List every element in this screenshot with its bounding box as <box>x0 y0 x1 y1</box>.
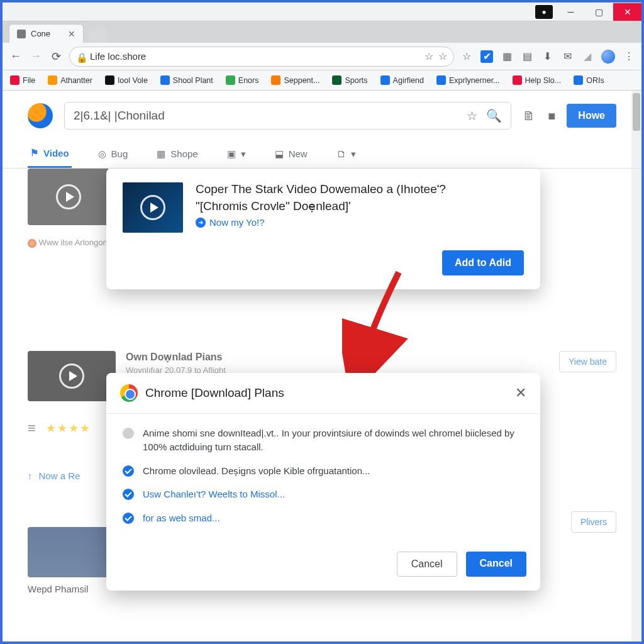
bookmark-icon <box>436 75 446 85</box>
menu-icon[interactable]: ⋮ <box>623 50 635 63</box>
cancel-primary-button[interactable]: Cancel <box>466 552 526 577</box>
tab-video[interactable]: ⚑Video <box>28 141 72 168</box>
extension-icon[interactable]: ✔ <box>480 50 493 63</box>
app-icon: ● <box>535 5 553 19</box>
window-titlebar: ● ─ ▢ ✕ <box>3 3 641 21</box>
bookmark-icon <box>574 75 583 85</box>
tab-dropdown-1[interactable]: ▣▾ <box>225 141 248 168</box>
bookmark-icon <box>332 75 341 85</box>
bookmark-item[interactable]: Help Slo... <box>513 75 562 85</box>
tab-label: Video <box>43 148 69 158</box>
search-icon[interactable]: 🔍 <box>486 108 502 123</box>
tab-label: New <box>289 148 308 159</box>
dialog2-item: for as web smad... <box>123 511 524 525</box>
dialog2-item-text[interactable]: for as web smad... <box>143 511 220 525</box>
toolbar: ← → ⟳ 🔒 Life loc.shore ☆ ☆ ☆ ✔ ▦ ▤ ⬇ ✉ ◢… <box>3 43 641 70</box>
bookmark-icon <box>105 75 114 85</box>
cancel-button[interactable]: Cancel <box>397 552 457 577</box>
video-thumbnail[interactable] <box>28 527 116 577</box>
bookmark-label: Sports <box>345 76 367 85</box>
bookmark-item[interactable]: Agirfiend <box>380 75 424 85</box>
page-content: 2|6.1&| |Chonilad ☆ 🔍 🗎 ■ Howe ⚑Video ◎B… <box>3 91 641 641</box>
close-window-button[interactable]: ✕ <box>613 3 641 21</box>
address-bar[interactable]: 🔒 Life loc.shore ☆ ☆ <box>69 47 454 67</box>
maximize-button[interactable]: ▢ <box>585 3 613 21</box>
doc-icon[interactable]: 🗎 <box>523 109 535 123</box>
rating-stars: ★★★★ <box>46 421 91 435</box>
bookmark-item[interactable]: Seppent... <box>271 75 319 85</box>
add-to-button[interactable]: Add to Adid <box>442 250 524 275</box>
link-text[interactable]: Now a Re <box>39 470 80 481</box>
bookmark-item[interactable]: Iool Vole <box>105 75 148 85</box>
video-thumbnail[interactable] <box>28 169 109 225</box>
bookmark-label: Athantter <box>60 76 92 85</box>
bookmark-label: Exprlynerner... <box>449 76 500 85</box>
tab-bug[interactable]: ◎Bug <box>96 141 131 168</box>
bookmark-item[interactable]: ORIs <box>574 75 604 85</box>
browser-tab[interactable]: Cone ✕ <box>9 24 84 43</box>
dialog2-item: Chrome olovilead. Deṣigns vople Kible of… <box>123 464 524 478</box>
bookmark-item[interactable]: Shool Plant <box>160 75 213 85</box>
star-icon-2[interactable]: ☆ <box>438 50 447 62</box>
minimize-button[interactable]: ─ <box>557 3 585 21</box>
bookmark-label: Iool Vole <box>118 76 148 85</box>
tab-label: Bug <box>111 148 128 159</box>
chrome-icon <box>120 384 138 402</box>
square-icon[interactable]: ■ <box>548 109 555 123</box>
bookmark-item[interactable]: Exprlynerner... <box>436 75 500 85</box>
star-toolbar-icon[interactable]: ☆ <box>460 50 473 63</box>
chrome-download-plans-dialog: Chrome [Download] Plans ✕ Anime shomi sn… <box>106 373 540 591</box>
bookmark-icon <box>48 75 57 85</box>
menu-icon[interactable]: ≡ <box>28 420 36 436</box>
bookmark-label: Help Slo... <box>525 76 562 85</box>
new-tab-button[interactable] <box>89 29 106 43</box>
source-text: Www ilse Arlongone <box>39 238 112 247</box>
tab-new[interactable]: ⬓New <box>272 141 310 168</box>
grid2-icon[interactable]: ▤ <box>521 50 533 63</box>
video-thumbnail[interactable] <box>28 351 116 401</box>
bookmark-item[interactable]: Enors <box>226 75 259 85</box>
play-icon <box>56 184 81 209</box>
wifi-icon[interactable]: ◢ <box>581 50 594 63</box>
bookmark-label: File <box>23 76 35 85</box>
extension-install-dialog: Coper The Stark Video Dowemaleo a (Ihıot… <box>106 169 540 289</box>
tab-shope[interactable]: ▦Shope <box>154 141 200 168</box>
site-logo-icon[interactable] <box>28 103 53 128</box>
reload-button[interactable]: ⟳ <box>49 50 63 64</box>
tab-label: Shope <box>170 148 197 159</box>
bookmark-item[interactable]: Sports <box>332 75 367 85</box>
dialog-subtitle[interactable]: ➜ Now my Yo!? <box>196 217 524 228</box>
chevron-down-icon: ▾ <box>351 148 356 160</box>
grid-icon: ▦ <box>157 148 165 160</box>
grid-icon[interactable]: ▦ <box>501 50 513 63</box>
bookmark-label: Shool Plant <box>173 76 213 85</box>
toolbar-icons: ☆ ✔ ▦ ▤ ⬇ ✉ ◢ ⋮ <box>460 50 635 64</box>
howe-button[interactable]: Howe <box>567 104 616 128</box>
check-icon <box>123 465 134 477</box>
close-tab-button[interactable]: ✕ <box>68 29 75 39</box>
bookmark-icon <box>226 75 235 85</box>
mail-icon[interactable]: ✉ <box>561 50 574 63</box>
view-button[interactable]: Yiew bate <box>559 351 616 372</box>
bookmark-icon <box>271 75 280 85</box>
star-in-search-icon[interactable]: ☆ <box>467 109 477 123</box>
dialog-title-line1: Coper The Stark Video Dowemaleo a (Ihıot… <box>196 182 524 196</box>
dialog-subtitle-text: Now my Yo!? <box>209 217 265 228</box>
bookmark-item[interactable]: File <box>10 75 35 85</box>
forward-button[interactable]: → <box>29 50 43 64</box>
tab-dropdown-2[interactable]: 🗋▾ <box>334 141 358 168</box>
up-arrow-icon: ↑ <box>28 470 33 481</box>
site-search-input[interactable]: 2|6.1&| |Chonilad ☆ 🔍 <box>64 102 511 130</box>
dialog2-item-text[interactable]: Usw Chanleı't? Weelts to Missol... <box>143 487 285 501</box>
bookmark-item[interactable]: Athantter <box>48 75 92 85</box>
dialog2-item-text: Chrome olovilead. Deṣigns vople Kible of… <box>143 464 370 478</box>
close-dialog-button[interactable]: ✕ <box>515 385 526 401</box>
back-button[interactable]: ← <box>9 50 23 64</box>
lock-icon: 🔒 <box>76 52 85 61</box>
bookmark-icon <box>380 75 390 85</box>
profile-avatar[interactable] <box>601 50 615 64</box>
star-icon[interactable]: ☆ <box>425 50 433 62</box>
annotation-arrow-icon <box>342 266 418 379</box>
exit-icon: ▣ <box>227 148 236 160</box>
download-icon[interactable]: ⬇ <box>541 50 553 63</box>
